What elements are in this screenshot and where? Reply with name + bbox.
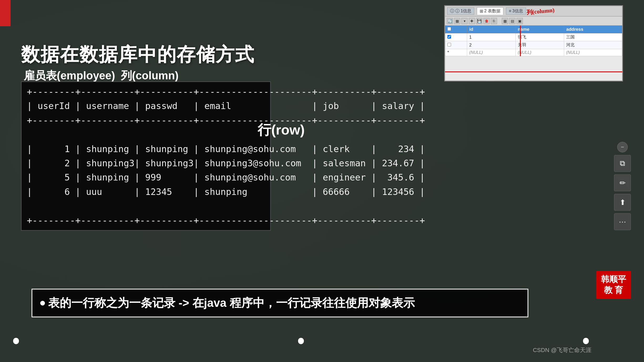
db-screenshot: ⓘ ⓘ 1信息 ⊞ 2 表数据 ≡ 3信息 🔄 ▦ ▾ ✚ 💾 🗑 ⎘ ▦ ▤ … [444,5,623,81]
tab-1-label: ⓘ 1信息 [455,8,471,14]
row2-address: 河北 [564,41,622,49]
minus-icon: − [621,144,624,151]
edit-button[interactable]: ✏ [614,174,631,191]
handle-bottom-right [583,338,589,344]
db-table-content: id name address 1 张飞 三国 2 关羽 河北 [445,25,622,56]
table-row: 2 关羽 河北 [445,41,622,49]
col-name: name [515,26,564,33]
minus-button[interactable]: − [617,142,628,152]
db-data-table: id name address 1 张飞 三国 2 关羽 河北 [445,25,622,56]
red-horizontal-line [444,71,623,72]
db-tab-tabledata[interactable]: ⊞ 2 表数据 [477,7,503,15]
more-icon: ⋯ [619,218,626,226]
layers-button[interactable]: ⧉ [614,155,631,172]
row1-id: 1 [467,33,515,41]
bottom-text: 表的一行称之为一条记录 -> 在java 程序中，一行记录往往使用对象表示 [48,295,415,311]
db-icon-add[interactable]: ✚ [469,18,475,24]
terminal-content: +--------+----------+----------+--------… [27,85,265,227]
col-checkbox [445,26,467,33]
tab-2-label: 2 表数据 [484,8,500,14]
layers-icon: ⧉ [620,159,625,168]
upload-button[interactable]: ⬆ [614,194,631,211]
null-id: (NULL) [467,49,515,56]
label-column-main: 列(column) [121,68,178,83]
col-id: id [467,26,515,33]
row1-address: 三国 [564,33,622,41]
table-row-null: * (NULL) (NULL) (NULL) [445,49,622,56]
handle-bottom-center [298,338,304,344]
brand-line1: 韩顺平 [601,274,626,285]
brand-badge: 韩顺平 教 育 [596,271,631,299]
handle-bottom-left [13,338,19,344]
red-corner-accent [0,0,11,26]
row1-select[interactable] [447,35,451,39]
bullet-dot [40,301,45,306]
label-employee: 雇员表(employee) [24,68,115,83]
db-tab-info2[interactable]: ≡ 3信息 [506,7,526,15]
red-vertical-line [520,25,521,56]
edit-icon: ✏ [620,179,626,187]
row2-name: 关羽 [515,41,564,49]
row2-id: 2 [467,41,515,49]
null-name: (NULL) [515,49,564,56]
db-icon-table1[interactable]: ▦ [502,18,508,24]
row2-select[interactable] [447,43,451,46]
select-all-checkbox[interactable] [447,27,451,31]
tab-3-label: 3信息 [512,8,523,14]
null-address: (NULL) [564,49,622,56]
table-icon: ⊞ [480,9,483,14]
info-icon: ⓘ [450,8,454,14]
db-icon-save[interactable]: 💾 [476,18,482,24]
right-toolbar: − ⧉ ✏ ⬆ ⋯ [614,142,631,230]
null-marker: * [445,49,467,56]
db-icon-down[interactable]: ▾ [461,18,468,24]
brand-line2: 教 育 [601,285,626,296]
main-title: 数据在数据库中的存储方式 [21,42,254,67]
db-icon-table2[interactable]: ▤ [509,18,515,24]
table-row: 1 张飞 三国 [445,33,622,41]
row2-checkbox [445,41,467,49]
more-button[interactable]: ⋯ [614,213,631,230]
row-label: 行(row) [258,121,305,139]
db-icon-table3[interactable]: ▣ [517,18,523,24]
db-icon-grid[interactable]: ▦ [454,18,460,24]
db-icons-row: 🔄 ▦ ▾ ✚ 💾 🗑 ⎘ ▦ ▤ ▣ [445,17,622,25]
bottom-banner: 表的一行称之为一条记录 -> 在java 程序中，一行记录往往使用对象表示 [32,289,528,317]
terminal-table: +--------+----------+----------+--------… [21,81,271,231]
db-icon-refresh[interactable]: 🔄 [447,18,453,24]
row1-name: 张飞 [515,33,564,41]
csdn-watermark: CSDN @飞哥亡命天涯 [533,346,591,354]
db-tab-info[interactable]: ⓘ ⓘ 1信息 [447,7,474,15]
row1-checkbox [445,33,467,41]
upload-icon: ⬆ [620,198,626,207]
db-icon-delete[interactable]: 🗑 [483,18,490,24]
col-address: address [564,26,622,33]
info2-icon: ≡ [509,9,511,13]
db-icon-copy[interactable]: ⎘ [491,18,497,24]
